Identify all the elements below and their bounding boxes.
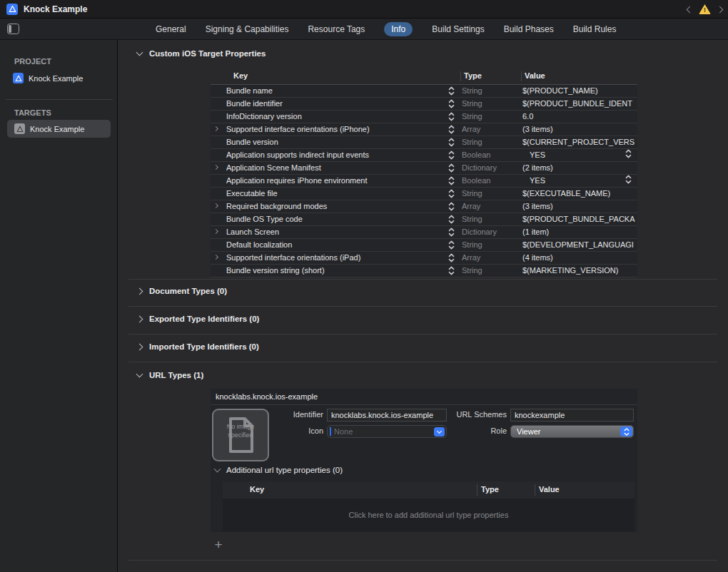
identifier-input[interactable] <box>327 409 447 422</box>
property-value: $(MARKETING_VERSION) <box>522 265 636 277</box>
disclosure-icon[interactable] <box>213 255 218 260</box>
property-key: Executable file <box>226 188 441 200</box>
info-pane: Custom iOS Target Properties Key Type Va… <box>118 40 728 572</box>
value-stepper[interactable] <box>625 149 632 158</box>
property-row[interactable]: Default localization String $(DEVELOPMEN… <box>211 239 637 252</box>
property-key: Bundle version string (short) <box>226 265 441 277</box>
url-schemes-input[interactable] <box>510 409 634 422</box>
sidebar-toggle-icon[interactable] <box>7 24 19 34</box>
property-key: Bundle identifier <box>226 98 441 110</box>
add-additional-properties-label: Click here to add additional url type pr… <box>349 511 509 519</box>
sidebar-item-target[interactable]: Knock Example <box>7 120 111 138</box>
icon-combobox[interactable]: None <box>327 425 447 438</box>
property-key: Launch Screen <box>226 226 441 238</box>
section-exported-type-identifiers[interactable]: Exported Type Identifiers (0) <box>137 315 259 323</box>
add-url-type-button[interactable]: + <box>212 539 225 552</box>
property-row[interactable]: Application Scene Manifest Dictionary (2… <box>211 162 637 175</box>
editor-tab-bar: General Signing & Capabilities Resource … <box>0 19 728 40</box>
section-custom-ios-target-properties[interactable]: Custom iOS Target Properties <box>137 49 266 58</box>
property-type: Boolean <box>462 149 517 161</box>
property-type: String <box>462 111 517 123</box>
property-key: Default localization <box>226 239 441 251</box>
section-document-types[interactable]: Document Types (0) <box>137 287 227 295</box>
property-type: String <box>462 98 517 110</box>
project-icon <box>13 73 24 83</box>
tab-build-phases[interactable]: Build Phases <box>504 24 554 34</box>
property-type: Array <box>462 200 517 213</box>
sidebar-divider <box>6 99 113 100</box>
property-value: YES <box>530 149 636 161</box>
add-additional-properties-row[interactable]: Click here to add additional url type pr… <box>223 499 635 531</box>
section-divider <box>128 560 717 561</box>
tab-build-settings[interactable]: Build Settings <box>432 24 484 34</box>
key-stepper-icon[interactable] <box>448 189 455 198</box>
targets-section-header: TARGETS <box>14 108 51 117</box>
property-row[interactable]: Bundle version String $(CURRENT_PROJECT_… <box>211 136 637 149</box>
key-stepper-icon[interactable] <box>448 266 455 275</box>
url-type-item-title: knocklabs.knock.ios-example <box>216 392 318 401</box>
property-type: String <box>462 265 517 277</box>
property-row[interactable]: Application requires iPhone environment … <box>211 175 637 188</box>
key-stepper-icon[interactable] <box>448 99 455 108</box>
key-stepper-icon[interactable] <box>448 215 455 224</box>
forward-icon[interactable] <box>717 6 724 13</box>
property-key: Required background modes <box>226 200 441 213</box>
key-stepper-icon[interactable] <box>448 125 455 134</box>
property-row[interactable]: Supported interface orientations (iPad) … <box>211 252 637 265</box>
property-value: (4 items) <box>522 252 636 264</box>
property-type: Dictionary <box>462 162 517 174</box>
section-url-types[interactable]: URL Types (1) <box>137 371 203 379</box>
tab-build-rules[interactable]: Build Rules <box>573 24 617 34</box>
identifier-label: Identifier <box>253 410 323 419</box>
property-value: 6.0 <box>522 111 636 123</box>
project-item-label: Knock Example <box>29 74 83 83</box>
key-stepper-icon[interactable] <box>448 112 455 121</box>
key-stepper-icon[interactable] <box>448 86 455 96</box>
property-row[interactable]: Bundle version string (short) String $(M… <box>211 265 637 277</box>
role-popup[interactable]: Viewer <box>510 425 634 438</box>
key-stepper-icon[interactable] <box>448 138 455 147</box>
property-key: Application requires iPhone environment <box>226 175 441 187</box>
property-row[interactable]: Executable file String $(EXECUTABLE_NAME… <box>211 188 637 200</box>
popup-stepper-icon <box>620 427 632 436</box>
property-type: Array <box>462 123 517 136</box>
key-stepper-icon[interactable] <box>448 150 455 160</box>
disclosure-icon[interactable] <box>213 229 218 234</box>
section-additional-url-type-properties[interactable]: Additional url type properties (0) <box>215 466 343 474</box>
disclosure-icon[interactable] <box>213 165 218 170</box>
key-stepper-icon[interactable] <box>448 253 455 262</box>
column-separator <box>460 71 461 81</box>
disclosure-icon[interactable] <box>213 203 218 208</box>
property-row[interactable]: Launch Screen Dictionary (1 item) <box>211 226 637 239</box>
back-icon[interactable] <box>687 6 694 13</box>
section-divider <box>128 334 717 334</box>
property-value: YES <box>530 175 636 187</box>
key-stepper-icon[interactable] <box>448 176 455 185</box>
warning-triangle-icon[interactable]: ! <box>699 4 711 14</box>
sidebar-item-project[interactable]: Knock Example <box>13 73 83 83</box>
property-row[interactable]: Required background modes Array (3 items… <box>211 200 637 213</box>
key-stepper-icon[interactable] <box>448 163 455 173</box>
property-row[interactable]: InfoDictionary version String 6.0 <box>211 111 637 123</box>
property-value: $(EXECUTABLE_NAME) <box>522 188 636 200</box>
divider <box>211 404 637 405</box>
disclosure-icon[interactable] <box>213 126 218 131</box>
value-stepper[interactable] <box>625 175 632 184</box>
key-stepper-icon[interactable] <box>448 228 455 237</box>
tab-resource-tags[interactable]: Resource Tags <box>308 24 365 34</box>
key-stepper-icon[interactable] <box>448 202 455 211</box>
url-schemes-label: URL Schemes <box>435 410 507 419</box>
tab-signing-capabilities[interactable]: Signing & Capabilities <box>206 24 289 34</box>
tab-general[interactable]: General <box>156 24 186 34</box>
property-row[interactable]: Bundle identifier String $(PRODUCT_BUNDL… <box>211 98 637 111</box>
property-row[interactable]: Application supports indirect input even… <box>211 149 637 162</box>
property-row[interactable]: Bundle name String $(PRODUCT_NAME) <box>211 85 637 98</box>
section-imported-type-identifiers[interactable]: Imported Type Identifiers (0) <box>137 342 259 351</box>
target-item-label: Knock Example <box>30 125 84 133</box>
column-key: Key <box>250 485 264 494</box>
tab-info[interactable]: Info <box>384 22 413 36</box>
property-key: Application Scene Manifest <box>226 162 441 174</box>
property-row[interactable]: Bundle OS Type code String $(PRODUCT_BUN… <box>211 213 637 226</box>
property-row[interactable]: Supported interface orientations (iPhone… <box>211 123 637 136</box>
key-stepper-icon[interactable] <box>448 240 455 250</box>
